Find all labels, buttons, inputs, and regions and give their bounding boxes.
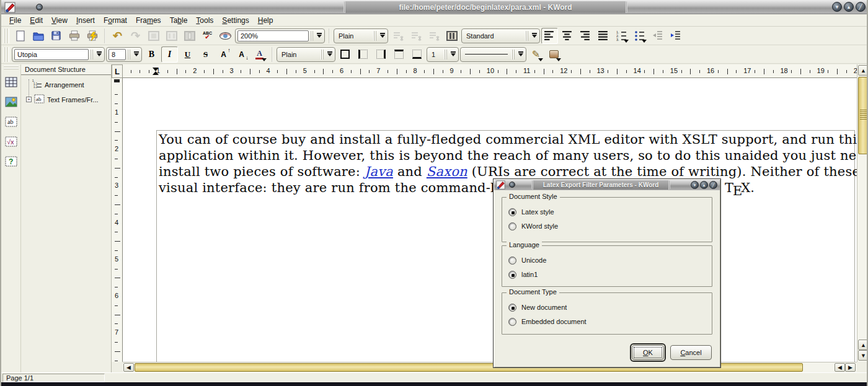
window-titlebar[interactable]: – file:/home/peter/doc/beginlatex/para.x… [1, 0, 868, 14]
italic-icon[interactable] [161, 46, 178, 63]
combo-dropdown-button[interactable] [515, 48, 526, 61]
radio-embedded-document[interactable]: Embedded document [508, 317, 587, 327]
vertical-ruler[interactable]: 12345678 [112, 78, 123, 362]
menu-format[interactable]: Format [99, 15, 131, 26]
menu-tools[interactable]: Tools [192, 15, 218, 26]
border-bottom-icon[interactable] [409, 46, 425, 63]
scroll-right-button[interactable]: ▶ [845, 363, 856, 372]
menu-table[interactable]: Table [166, 15, 192, 26]
frame-column-icon[interactable] [181, 28, 198, 44]
insert-picture-icon[interactable] [2, 93, 20, 110]
sidebar-item-text-frames[interactable]: + ab Text Frames/Fr... [26, 94, 99, 105]
menu-view[interactable]: View [47, 15, 72, 26]
combo-dropdown-button[interactable] [94, 48, 104, 61]
border-color-icon[interactable] [528, 46, 544, 63]
radio-button-icon[interactable] [508, 304, 516, 312]
spellcheck-icon[interactable] [199, 28, 216, 44]
border-top-icon[interactable] [391, 46, 407, 63]
menu-frames[interactable]: Frames [131, 15, 166, 26]
frame-borders-icon[interactable] [145, 28, 162, 44]
radio-latex-style[interactable]: Latex style [508, 207, 554, 217]
combo-dropdown-button[interactable] [324, 48, 335, 61]
toolbar-handle[interactable] [4, 47, 9, 62]
sidebar-item-arrangement[interactable]: 1.1.11.2 Arrangement [32, 79, 84, 90]
undo-icon[interactable] [109, 28, 126, 44]
combo-dropdown-button[interactable] [314, 29, 324, 43]
border-outline-icon[interactable] [337, 46, 353, 63]
radio-unicode[interactable]: Unicode [508, 255, 546, 265]
hyperlink-saxon[interactable]: Saxon [427, 164, 467, 179]
toolbar-handle[interactable] [4, 29, 9, 43]
insert-object-icon[interactable]: ? [2, 152, 20, 170]
align-justify-icon[interactable] [595, 28, 612, 44]
radio-button-icon[interactable] [508, 208, 516, 216]
border-style-select[interactable] [460, 47, 526, 62]
frame-style-select[interactable]: Plain [277, 47, 335, 62]
close-button[interactable]: ╱ [709, 181, 717, 189]
strikethrough-icon[interactable] [197, 46, 214, 63]
vertical-scrollbar-thumb[interactable] [858, 77, 868, 154]
hyperlink-java[interactable]: Java [365, 164, 393, 179]
bullet-list-icon[interactable] [631, 28, 648, 44]
open-document-icon[interactable] [30, 28, 46, 44]
insert-formula-icon[interactable]: √x [2, 133, 20, 150]
minimize-button[interactable]: ▾ [691, 181, 699, 189]
paragraph-style-select[interactable]: Plain [334, 29, 388, 43]
scroll-up-button[interactable]: ▲ [858, 65, 868, 76]
scroll-down-button[interactable]: ▼ [858, 350, 868, 361]
insert-column-break-icon[interactable] [443, 28, 460, 44]
insert-footnote-icon[interactable] [389, 28, 406, 44]
background-color-icon[interactable] [546, 46, 562, 63]
new-document-icon[interactable] [12, 28, 29, 44]
menu-file[interactable]: File [5, 15, 25, 26]
toolbar-handle[interactable] [4, 66, 19, 71]
radio-button-icon[interactable] [508, 318, 516, 326]
horizontal-ruler[interactable]: 1234567891011121314151617181920 [123, 64, 857, 78]
superscript-icon[interactable] [215, 46, 232, 63]
font-family-select[interactable]: Utopia [12, 47, 105, 62]
font-family-select-value[interactable]: Utopia [14, 49, 89, 60]
menu-insert[interactable]: Insert [72, 15, 99, 26]
radio-latin1[interactable]: latin1 [508, 270, 538, 279]
menu-edit[interactable]: Edit [25, 15, 47, 26]
maximize-button[interactable]: ▴ [844, 2, 854, 12]
top-margin-marker[interactable] [114, 79, 120, 82]
print-icon[interactable] [66, 28, 82, 44]
zoom-select[interactable]: 200% [235, 29, 325, 43]
frame-style-select-value[interactable]: Plain [279, 49, 319, 60]
numbered-list-icon[interactable]: 1.2.3. [613, 28, 630, 44]
document-canvas[interactable]: You can of course buy and install a full… [123, 78, 857, 362]
dialog-titlebar[interactable]: – Latex Export Filter Parameters - KWord… [494, 180, 720, 190]
decrease-indent-icon[interactable] [649, 28, 666, 44]
close-button[interactable]: ╱ [856, 2, 866, 12]
radio-kword-style[interactable]: KWord style [508, 221, 558, 231]
menu-help[interactable]: Help [254, 15, 278, 26]
minimize-button[interactable]: ▾ [832, 2, 842, 12]
paragraph-style-select-value[interactable]: Plain [336, 30, 372, 42]
insert-table-icon[interactable] [2, 73, 20, 90]
underline-icon[interactable] [179, 46, 196, 63]
print-preview-icon[interactable] [84, 28, 100, 44]
combo-dropdown-button[interactable] [131, 48, 141, 61]
insert-endnote-icon[interactable] [407, 28, 424, 44]
border-left-icon[interactable] [355, 46, 371, 63]
border-width-select[interactable]: 1 [427, 47, 459, 62]
maximize-button[interactable]: ▴ [700, 181, 708, 189]
sticky-window-button[interactable]: – [509, 182, 515, 188]
align-center-icon[interactable] [559, 28, 576, 44]
font-size-select[interactable]: 8 [106, 47, 142, 62]
sticky-window-button[interactable]: – [36, 4, 43, 11]
align-left-icon[interactable] [541, 28, 558, 44]
radio-new-document[interactable]: New document [508, 302, 567, 312]
redo-icon[interactable] [127, 28, 144, 44]
align-right-icon[interactable] [577, 28, 594, 44]
table-style-select[interactable]: Standard [461, 29, 540, 43]
scroll-up-button-bottom[interactable]: ▲ [858, 340, 868, 350]
table-style-select-value[interactable]: Standard [464, 30, 524, 42]
zoom-select-value[interactable]: 200% [237, 30, 309, 42]
bold-icon[interactable] [143, 46, 160, 63]
radio-button-icon[interactable] [508, 257, 516, 265]
combo-dropdown-button[interactable] [529, 29, 539, 43]
horizontal-scrollbar[interactable]: ◀ ◀ ▶ [123, 362, 857, 372]
scroll-left-button[interactable]: ◀ [123, 363, 134, 372]
